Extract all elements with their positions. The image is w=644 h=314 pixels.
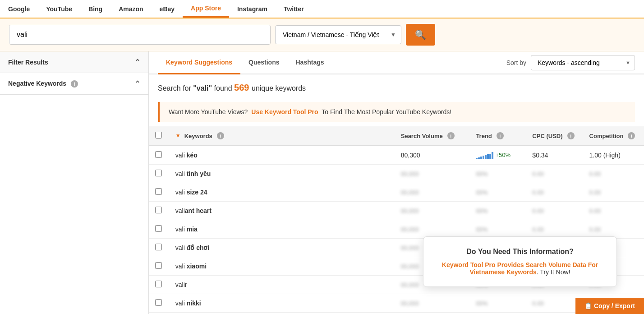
nav-twitter[interactable]: Twitter: [276, 1, 312, 17]
th-cpc[interactable]: CPC (USD) i: [526, 126, 583, 146]
filter-results-chevron[interactable]: ⌃: [134, 58, 140, 66]
promo-link[interactable]: Use Keyword Tool Pro: [251, 108, 318, 115]
th-trend-info-icon[interactable]: i: [497, 132, 504, 139]
language-selector-wrap: Vietnam / Vietnamese - Tiếng Việt: [275, 25, 401, 44]
search-bar: Vietnam / Vietnamese - Tiếng Việt 🔍: [0, 18, 644, 51]
table-row: vali mia00,00000%0.000.00: [149, 220, 644, 239]
negative-keywords-info-icon[interactable]: i: [71, 80, 78, 88]
row-checkbox[interactable]: [155, 170, 162, 176]
negative-keywords-section: Negative Keywords i ⌃: [0, 73, 148, 95]
nav-bing[interactable]: Bing: [80, 1, 110, 17]
th-competition[interactable]: Competition i: [583, 126, 644, 146]
tab-keyword-suggestions[interactable]: Keyword Suggestions: [158, 51, 240, 74]
nav-youtube[interactable]: YouTube: [38, 1, 80, 17]
results-summary: Search for "vali" found 569 unique keywo…: [149, 74, 644, 97]
th-search-volume[interactable]: Search Volume i: [395, 126, 470, 146]
row-search-volume: 00,000: [395, 220, 470, 239]
row-checkbox-cell: [149, 165, 169, 183]
nav-amazon[interactable]: Amazon: [110, 1, 151, 17]
sort-select-wrap: Keywords - ascending Keywords - descendi…: [531, 55, 635, 70]
th-keywords[interactable]: ▼ Keywords i: [169, 126, 395, 146]
sort-arrow-icon: ▼: [175, 133, 181, 139]
row-checkbox-cell: [149, 294, 169, 313]
popup-title: Do You Need This Information?: [436, 248, 604, 256]
row-checkbox-cell: [149, 239, 169, 257]
nav-google[interactable]: Google: [0, 1, 38, 17]
nav-ebay[interactable]: eBay: [152, 1, 183, 17]
table-row: vali tình yêu00,00000%0.000.00: [149, 165, 644, 183]
results-prefix: Search for: [158, 84, 191, 92]
row-cpc: 0.00: [526, 165, 583, 183]
table-body: vali kéo80,300+50%$0.341.00 (High)vali t…: [149, 146, 644, 313]
row-keyword: vali nikki: [169, 294, 395, 313]
row-checkbox-cell: [149, 276, 169, 294]
row-competition: 0.00: [583, 183, 644, 202]
filter-results-label: Filter Results: [8, 59, 48, 66]
sort-label: Sort by: [506, 59, 526, 66]
table-header: ▼ Keywords i Search Volume i Trend: [149, 126, 644, 146]
row-checkbox-cell: [149, 202, 169, 220]
nav-appstore[interactable]: App Store: [183, 0, 229, 18]
th-trend-label: Trend: [476, 133, 492, 139]
row-keyword: vali xiaomi: [169, 257, 395, 276]
row-keyword: vali mia: [169, 220, 395, 239]
row-keyword: vali kéo: [169, 146, 395, 165]
row-keyword: vali tình yêu: [169, 165, 395, 183]
th-keywords-label: Keywords: [184, 133, 212, 139]
row-keyword: valir: [169, 276, 395, 294]
search-button[interactable]: 🔍: [406, 24, 435, 46]
select-all-checkbox[interactable]: [155, 132, 162, 139]
top-navigation: Google YouTube Bing Amazon eBay App Stor…: [0, 0, 644, 18]
th-competition-info-icon[interactable]: i: [628, 132, 635, 139]
sidebar: Filter Results ⌃ Negative Keywords i ⌃: [0, 51, 149, 314]
th-cpc-info-icon[interactable]: i: [567, 132, 575, 139]
nav-instagram[interactable]: Instagram: [229, 1, 276, 17]
promo-text-after: To Find The Most Popular YouTube Keyword…: [322, 108, 451, 115]
row-checkbox-cell: [149, 257, 169, 276]
table-row: vali kéo80,300+50%$0.341.00 (High): [149, 146, 644, 165]
row-checkbox-cell: [149, 220, 169, 239]
row-checkbox[interactable]: [155, 262, 162, 269]
row-competition: 0.00: [583, 220, 644, 239]
row-checkbox-cell: [149, 183, 169, 202]
row-keyword: vali size 24: [169, 183, 395, 202]
row-cpc: 0.00: [526, 202, 583, 220]
th-keywords-info-icon[interactable]: i: [217, 132, 224, 139]
th-checkbox: [149, 126, 169, 146]
negative-keywords-chevron[interactable]: ⌃: [134, 79, 140, 88]
popup-link[interactable]: Keyword Tool Pro Provides Search Volume …: [442, 261, 598, 276]
th-trend[interactable]: Trend i: [469, 126, 526, 146]
negative-keywords-label: Negative Keywords i: [8, 80, 78, 88]
promo-text-before: Want More YouTube Views?: [169, 108, 248, 115]
table-row: vali size 2400,00000%0.000.00: [149, 183, 644, 202]
row-checkbox[interactable]: [155, 151, 162, 158]
row-trend: 00%: [469, 294, 526, 313]
row-checkbox[interactable]: [155, 281, 162, 287]
row-checkbox[interactable]: [155, 188, 162, 195]
results-query: "vali": [193, 84, 214, 92]
popup-body-suffix: . Try It Now!: [537, 268, 570, 276]
row-search-volume: 00,000: [395, 294, 470, 313]
copy-export-button[interactable]: 📋 Copy / Export: [575, 298, 644, 314]
row-keyword: vali đồ chơi: [169, 239, 395, 257]
row-checkbox[interactable]: [155, 207, 162, 213]
search-input-wrap: [9, 25, 271, 45]
language-select[interactable]: Vietnam / Vietnamese - Tiếng Việt: [275, 25, 401, 44]
tab-hashtags[interactable]: Hashtags: [288, 51, 332, 74]
th-search-volume-info-icon[interactable]: i: [447, 132, 455, 139]
row-trend: 00%: [469, 220, 526, 239]
search-input[interactable]: [9, 25, 270, 44]
row-checkbox[interactable]: [155, 299, 162, 306]
row-trend: 00%: [469, 183, 526, 202]
row-cpc: $0.34: [526, 146, 583, 165]
tab-questions[interactable]: Questions: [240, 51, 287, 74]
th-cpc-label: CPC (USD): [532, 133, 562, 139]
filter-results-section: Filter Results ⌃: [0, 51, 148, 73]
row-checkbox[interactable]: [155, 225, 162, 232]
row-checkbox-cell: [149, 146, 169, 165]
table-row: valiant heart00,00000%0.000.00: [149, 202, 644, 220]
th-search-volume-label: Search Volume: [401, 133, 443, 139]
row-checkbox[interactable]: [155, 244, 162, 250]
row-trend: 00%: [469, 165, 526, 183]
sort-select[interactable]: Keywords - ascending Keywords - descendi…: [531, 55, 635, 70]
